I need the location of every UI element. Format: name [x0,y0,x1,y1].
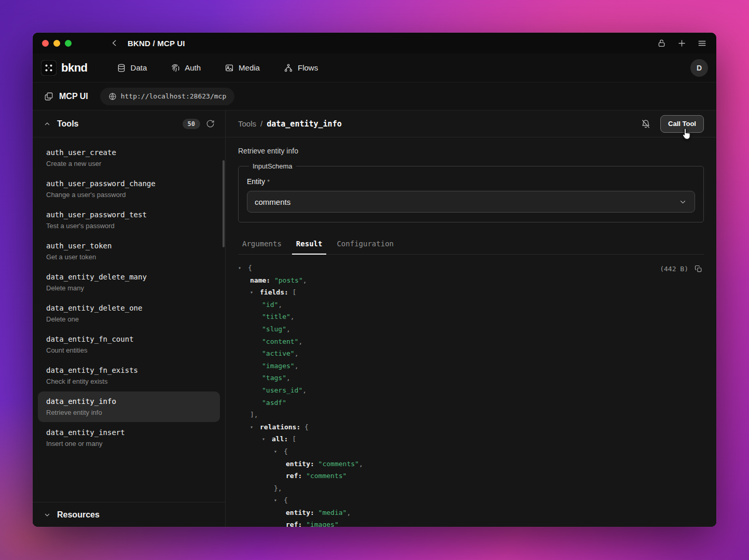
tool-item-name: auth_user_password_change [46,179,212,188]
refresh-icon[interactable] [206,119,215,128]
copy-icon[interactable] [694,264,703,273]
tools-section-header[interactable]: Tools 50 [33,110,225,137]
json-token-key: relations: [260,423,300,431]
json-line: ], [238,409,704,421]
json-line: entity: "media", [238,507,704,519]
image-icon [225,63,234,73]
chevron-down-icon [43,511,51,519]
breadcrumb-current: data_entity_info [267,119,342,129]
tool-item-description: Check if entity exists [46,377,212,385]
minimize-window-button[interactable] [53,40,60,47]
tool-item-data_entity_fn_exists[interactable]: data_entity_fn_existsCheck if entity exi… [38,360,220,391]
plus-icon[interactable] [677,38,687,48]
tool-item-description: Retrieve entity info [46,409,212,416]
collapse-caret-icon[interactable]: ▾ [250,286,260,299]
tool-item-description: Count entities [46,346,212,354]
json-line: ▾fields: [ [238,286,704,299]
json-token-punc: , [295,362,299,370]
json-token-key: entity: [286,509,314,516]
json-line: ▾{ [238,494,704,507]
breadcrumb-tools[interactable]: Tools [238,119,256,128]
chevron-up-icon [43,120,51,128]
json-line: name: "posts", [238,274,704,287]
json-token-key: fields: [260,288,288,296]
json-line: "active", [238,347,704,360]
json-line: "users_id", [238,384,704,397]
page-title: MCP UI [59,92,88,101]
json-line: "id", [238,299,704,311]
toolbar-actions: Call Tool [641,115,704,133]
tool-item-description: Get a user token [46,253,212,261]
json-token-str: "tags" [262,374,286,382]
bknd-logo[interactable]: bknd [41,60,88,76]
json-token-str: "asdf" [262,399,286,407]
json-line: ▾{ [238,445,704,458]
app-window: BKND / MCP UI bknd DataAuthMediaFlows D [33,33,716,527]
json-token-key: ref: [286,472,302,480]
tool-item-data_entity_delete_many[interactable]: data_entity_delete_manyDelete many [38,267,220,298]
json-token-str: "images" [302,521,338,527]
json-token-key: ref: [286,521,302,527]
lock-icon[interactable] [657,38,667,48]
nav-item-data[interactable]: Data [117,63,147,73]
nav-item-label: Media [239,63,260,72]
json-token-punc: { [284,496,288,504]
resources-section-title: Resources [57,510,100,520]
json-token-str: "comments" [302,472,346,480]
tool-item-auth_user_create[interactable]: auth_user_createCreate a new user [38,143,220,173]
tool-item-data_entity_insert[interactable]: data_entity_insertInsert one or many [38,423,220,453]
tool-item-auth_user_token[interactable]: auth_user_tokenGet a user token [38,236,220,267]
menu-icon[interactable] [697,38,707,48]
tab-configuration[interactable]: Configuration [332,235,398,255]
entity-select[interactable]: comments [247,191,695,213]
bknd-logo-icon [41,60,57,76]
nav-item-flows[interactable]: Flows [284,63,318,73]
back-icon[interactable] [110,38,119,48]
tool-item-data_entity_info[interactable]: data_entity_infoRetrieve entity info [38,391,220,422]
json-line: ▾{ [238,262,704,274]
tool-item-name: data_entity_fn_count [46,335,212,343]
mcp-url[interactable]: http://localhost:28623/mcp [100,88,235,105]
nav-item-media[interactable]: Media [225,63,260,73]
resources-section-header[interactable]: Resources [33,502,225,527]
json-token-punc: [ [288,288,297,296]
zoom-window-button[interactable] [65,40,72,47]
entity-label: Entity [247,177,265,186]
tab-result[interactable]: Result [292,235,327,255]
json-token-punc: , [278,301,282,309]
bell-off-icon[interactable] [641,119,651,129]
collapse-caret-icon[interactable]: ▾ [238,262,248,274]
collapse-caret-icon[interactable]: ▾ [274,494,284,507]
json-token-punc: { [284,447,288,455]
json-line: ▾relations: { [238,421,704,433]
tool-item-name: auth_user_create [46,148,212,157]
close-window-button[interactable] [42,40,49,47]
nav-item-auth[interactable]: Auth [171,63,201,73]
tool-description: Retrieve entity info [226,137,716,160]
json-line: "content", [238,335,704,348]
json-line: "title", [238,311,704,323]
json-line: "asdf" [238,397,704,409]
collapse-caret-icon[interactable]: ▾ [250,421,260,433]
json-line: "slug", [238,323,704,335]
tool-item-data_entity_fn_count[interactable]: data_entity_fn_countCount entities [38,329,220,360]
collapse-caret-icon[interactable]: ▾ [274,445,284,458]
call-tool-button[interactable]: Call Tool [660,115,704,133]
nav-item-label: Data [131,63,147,72]
tab-arguments[interactable]: Arguments [238,235,286,255]
json-token-punc: [ [288,435,296,443]
collapse-caret-icon[interactable]: ▾ [262,433,272,445]
required-asterisk: * [267,178,270,186]
json-token-str: "media" [314,509,347,516]
tool-item-name: data_entity_info [46,397,212,405]
flow-icon [284,63,293,73]
tool-item-data_entity_delete_one[interactable]: data_entity_delete_oneDelete one [38,298,220,329]
tool-item-auth_user_password_change[interactable]: auth_user_password_changeChange a user's… [38,174,220,204]
json-token-punc: }, [274,484,282,492]
json-token-key: name: [250,276,270,284]
avatar[interactable]: D [690,59,708,77]
json-token-key: all: [272,435,288,443]
json-token-key: entity: [286,460,314,468]
sidebar-scrollbar[interactable] [223,160,225,247]
tool-item-auth_user_password_test[interactable]: auth_user_password_testTest a user's pas… [38,205,220,235]
